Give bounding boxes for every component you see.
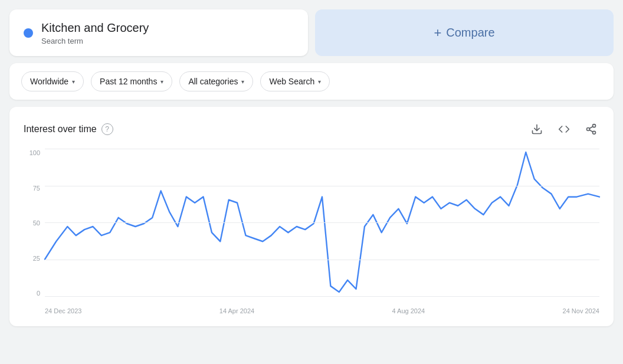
x-axis-labels: 24 Dec 2023 14 Apr 2024 4 Aug 2024 24 No… [45, 298, 599, 314]
y-label-75: 75 [24, 185, 40, 192]
grid-line-75 [45, 186, 599, 186]
chart-title-area: Interest over time ? [24, 123, 113, 135]
filter-period[interactable]: Past 12 months ▾ [91, 71, 172, 91]
x-label-dec: 24 Dec 2023 [45, 307, 81, 314]
grid-line-0 [45, 296, 599, 297]
plus-icon: + [434, 25, 441, 41]
chart-wrapper: 0 25 50 75 100 24 Dec 2023 14 Apr [24, 149, 599, 314]
search-term-dot [24, 28, 33, 38]
filter-category[interactable]: All categories ▾ [179, 71, 253, 91]
search-term-card: Kitchen and Grocery Search term [9, 9, 308, 56]
filter-type[interactable]: Web Search ▾ [260, 71, 330, 91]
chevron-down-icon: ▾ [241, 78, 244, 85]
filter-type-label: Web Search [269, 77, 314, 86]
embed-button[interactable] [556, 121, 572, 137]
chevron-down-icon: ▾ [160, 78, 163, 85]
y-label-50: 50 [24, 219, 40, 227]
grid-lines [45, 149, 599, 297]
grid-line-50 [45, 222, 599, 223]
chart-card: Interest over time ? [9, 107, 614, 326]
chevron-down-icon: ▾ [318, 78, 321, 85]
y-label-25: 25 [24, 255, 40, 262]
chart-header: Interest over time ? [24, 121, 599, 137]
grid-line-25 [45, 260, 599, 260]
compare-label: Compare [446, 26, 494, 40]
filter-region-label: Worldwide [30, 77, 68, 86]
filter-period-label: Past 12 months [100, 77, 157, 86]
filter-region[interactable]: Worldwide ▾ [21, 71, 84, 91]
x-label-nov: 24 Nov 2024 [563, 307, 599, 314]
grid-line-100 [45, 149, 599, 149]
compare-card[interactable]: + Compare [315, 9, 614, 56]
help-icon[interactable]: ? [101, 123, 113, 135]
search-term-subtitle: Search term [41, 37, 149, 45]
search-term-text: Kitchen and Grocery Search term [41, 20, 149, 45]
svg-line-5 [589, 126, 593, 128]
chart-area [45, 149, 599, 297]
x-label-apr: 14 Apr 2024 [219, 307, 254, 314]
search-term-title: Kitchen and Grocery [41, 20, 149, 35]
filters-row: Worldwide ▾ Past 12 months ▾ All categor… [9, 63, 614, 100]
y-label-100: 100 [24, 149, 40, 156]
svg-line-4 [589, 130, 593, 132]
y-axis-labels: 0 25 50 75 100 [24, 149, 45, 297]
y-label-0: 0 [24, 290, 40, 297]
x-label-aug: 4 Aug 2024 [392, 307, 425, 314]
chart-title: Interest over time [24, 124, 97, 135]
share-button[interactable] [583, 121, 599, 137]
chevron-down-icon: ▾ [72, 78, 75, 85]
chart-actions [529, 121, 599, 137]
filter-category-label: All categories [188, 77, 238, 86]
download-button[interactable] [529, 121, 545, 137]
